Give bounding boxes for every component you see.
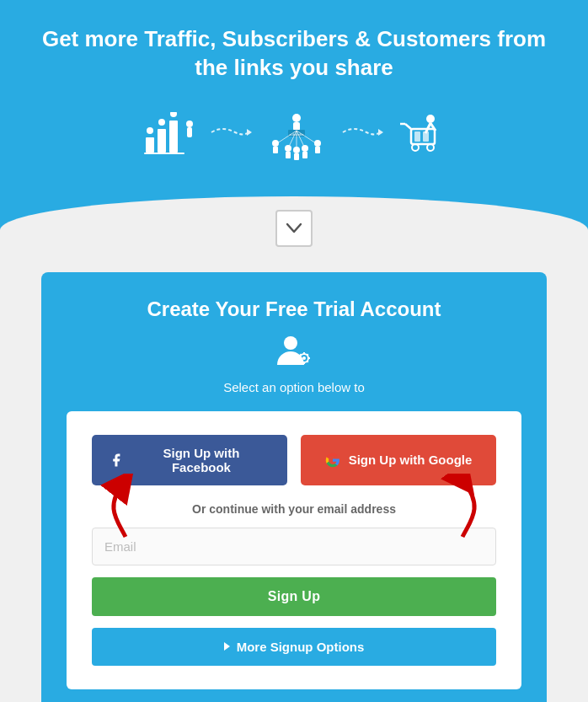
card-subtitle: Select an option below to bbox=[67, 380, 521, 394]
svg-line-47 bbox=[300, 354, 301, 355]
arrow-dashed-1 bbox=[210, 124, 252, 146]
svg-point-7 bbox=[186, 121, 193, 127]
svg-line-34 bbox=[405, 124, 411, 129]
chevron-wrapper bbox=[275, 210, 313, 247]
svg-marker-9 bbox=[247, 129, 252, 136]
arrow-dashed-2 bbox=[341, 124, 383, 146]
hero-icons-row: subscribe bbox=[34, 108, 554, 163]
svg-rect-19 bbox=[294, 153, 299, 160]
svg-line-49 bbox=[307, 354, 307, 355]
or-continue-text: Or continue with your email address bbox=[92, 502, 496, 516]
cart-icon bbox=[398, 112, 445, 158]
hero-section: Get more Traffic, Subscribers & Customer… bbox=[0, 0, 588, 230]
svg-rect-38 bbox=[414, 131, 420, 142]
svg-rect-1 bbox=[158, 129, 166, 153]
svg-rect-2 bbox=[169, 121, 178, 153]
svg-rect-8 bbox=[187, 127, 192, 137]
svg-point-4 bbox=[158, 119, 165, 126]
google-icon bbox=[325, 453, 340, 468]
svg-rect-39 bbox=[423, 131, 429, 142]
chevron-down-button[interactable] bbox=[275, 210, 313, 247]
svg-rect-0 bbox=[146, 137, 154, 153]
social-buttons-row: Sign Up with Facebook Sign Up with Googl… bbox=[92, 435, 496, 485]
hero-title: Get more Traffic, Subscribers & Customer… bbox=[34, 25, 554, 83]
user-settings-icon bbox=[275, 333, 313, 370]
card-icon-area bbox=[67, 333, 521, 373]
subscribe-icon: subscribe bbox=[267, 108, 326, 163]
svg-rect-23 bbox=[315, 147, 320, 153]
inner-box: Sign Up with Facebook Sign Up with Googl… bbox=[67, 411, 521, 689]
svg-point-30 bbox=[426, 115, 435, 123]
svg-rect-21 bbox=[302, 152, 307, 158]
svg-line-48 bbox=[307, 361, 307, 362]
svg-rect-15 bbox=[273, 147, 278, 153]
card-title: Create Your Free Trial Account bbox=[67, 297, 521, 321]
facebook-signup-button[interactable]: Sign Up with Facebook bbox=[92, 435, 287, 485]
svg-point-3 bbox=[147, 127, 153, 134]
svg-point-5 bbox=[170, 112, 177, 117]
svg-rect-11 bbox=[293, 122, 300, 131]
analytics-icon bbox=[144, 112, 195, 158]
svg-rect-17 bbox=[286, 152, 291, 158]
email-input[interactable] bbox=[92, 528, 496, 565]
svg-point-42 bbox=[302, 356, 306, 360]
svg-rect-6 bbox=[144, 153, 184, 154]
google-signup-button[interactable]: Sign Up with Google bbox=[301, 435, 496, 485]
signup-card: Create Your Free Trial Account Select an… bbox=[41, 272, 547, 702]
facebook-icon bbox=[109, 453, 124, 468]
triangle-icon bbox=[224, 642, 230, 651]
svg-point-40 bbox=[284, 336, 297, 350]
main-content: Create Your Free Trial Account Select an… bbox=[0, 230, 588, 702]
svg-marker-29 bbox=[378, 129, 383, 136]
more-signup-options-button[interactable]: More Signup Options bbox=[92, 628, 496, 666]
signup-button[interactable]: Sign Up bbox=[92, 577, 496, 616]
svg-point-10 bbox=[292, 114, 301, 122]
svg-line-50 bbox=[300, 361, 301, 362]
